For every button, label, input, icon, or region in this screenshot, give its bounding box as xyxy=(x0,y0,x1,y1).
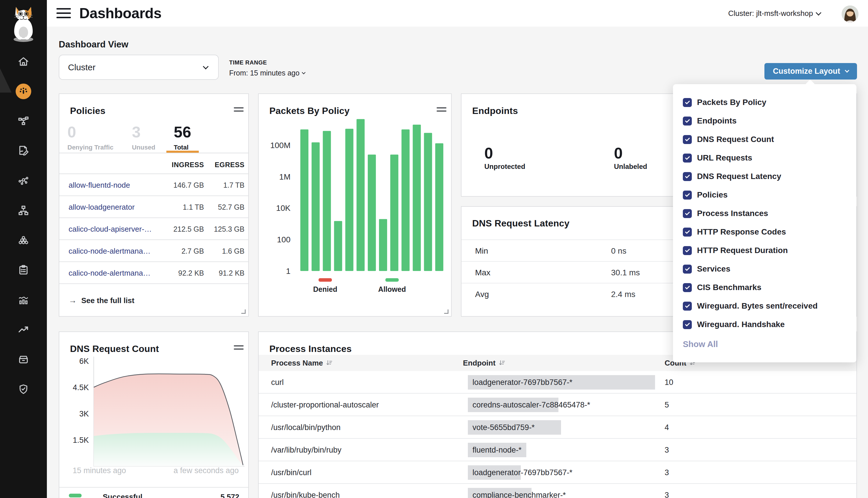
nav-policies[interactable] xyxy=(18,145,29,157)
col-endpoint[interactable]: Endpoint xyxy=(463,358,496,368)
nav-trends[interactable] xyxy=(18,324,29,336)
see-full-list-link[interactable]: →See the full list xyxy=(68,284,134,317)
menu-item-wireguard-handshake[interactable]: Wireguard. Handshake xyxy=(683,315,785,334)
menu-item-services[interactable]: Services xyxy=(683,260,730,278)
menu-item-endpoints[interactable]: Endpoints xyxy=(683,112,737,130)
trend-up-icon xyxy=(18,324,29,336)
dns-count-card: DNS Request Count 6K4.5K3K1.5K 15 minute… xyxy=(59,331,249,498)
endpoint-highlight: coredns-autoscaler-7c88 xyxy=(468,398,558,412)
checkbox-checked-icon[interactable] xyxy=(683,191,692,199)
x-label-start: 15 minutes ago xyxy=(73,466,126,475)
checkbox-checked-icon[interactable] xyxy=(683,283,692,292)
legend-allowed[interactable]: Allowed xyxy=(363,278,421,293)
nav-home[interactable] xyxy=(18,56,29,67)
policies-card-title: Policies xyxy=(70,106,106,116)
checkbox-checked-icon[interactable] xyxy=(683,265,692,274)
endpoint-highlight: compliance-benc xyxy=(468,488,531,498)
menu-item-cis-benchmarks[interactable]: CIS Benchmarks xyxy=(683,278,762,297)
svg-text:1: 1 xyxy=(286,267,290,276)
nav-reports[interactable] xyxy=(18,264,29,276)
nav-cluster[interactable] xyxy=(18,235,29,246)
checkbox-checked-icon[interactable] xyxy=(683,135,692,144)
policy-link[interactable]: calico-node-alertmana… xyxy=(68,262,151,284)
home-icon xyxy=(18,56,29,67)
stat-unlabeled: 0Unlabeled xyxy=(614,145,647,171)
checkbox-checked-icon[interactable] xyxy=(683,172,692,181)
legend-denied[interactable]: Denied xyxy=(296,278,354,293)
checkbox-checked-icon[interactable] xyxy=(683,98,692,107)
menu-item-http-response-codes[interactable]: HTTP Response Codes xyxy=(683,223,786,241)
nav-hierarchy[interactable] xyxy=(18,205,29,216)
cluster-selector[interactable]: Cluster: jlt-msft-workshop xyxy=(728,0,813,27)
arrow-right-icon: → xyxy=(68,296,77,305)
drag-handle-icon[interactable] xyxy=(234,107,244,114)
policy-link[interactable]: allow-fluentd-node xyxy=(68,174,130,196)
customize-chevron-icon xyxy=(845,68,849,73)
menu-item-http-request-duration[interactable]: HTTP Request Duration xyxy=(683,241,788,260)
stat-denying-traffic[interactable]: 0Denying Traffic xyxy=(60,124,121,153)
egress-column-header: EGRESS xyxy=(201,161,245,169)
stat-unused[interactable]: 3Unused xyxy=(125,124,163,153)
menu-item-packets-by-policy[interactable]: Packets By Policy xyxy=(683,93,766,112)
policy-link[interactable]: allow-loadgenerator xyxy=(68,196,134,218)
process-card-title: Process Instances xyxy=(269,343,351,354)
policy-row: allow-loadgenerator1.1 TB52.7 GB xyxy=(59,196,248,218)
checkbox-checked-icon[interactable] xyxy=(683,246,692,255)
svg-text:3K: 3K xyxy=(79,409,89,418)
checkbox-checked-icon[interactable] xyxy=(683,209,692,218)
menu-item-dns-request-count[interactable]: DNS Request Count xyxy=(683,130,774,149)
nav-dashboards-active[interactable] xyxy=(16,83,31,99)
packets-bar-chart: 100M1M10K1001 xyxy=(259,94,451,316)
time-range-chevron-icon xyxy=(302,70,306,74)
checkbox-checked-icon[interactable] xyxy=(683,227,692,237)
menu-item-wireguard-bytes[interactable]: Wireguard. Bytes sent/received xyxy=(683,297,818,315)
shield-check-icon xyxy=(18,383,29,395)
packets-by-policy-card: Packets By Policy 100M1M10K1001 Denied A… xyxy=(258,93,452,317)
dashboard-view-select[interactable]: Cluster xyxy=(59,55,219,80)
clipboard-icon xyxy=(18,264,29,276)
nav-storage[interactable] xyxy=(18,354,29,365)
endpoints-card-title: Endpoints xyxy=(472,106,518,116)
svg-text:100M: 100M xyxy=(270,141,290,150)
policy-link[interactable]: calico-node-alertmana… xyxy=(68,240,151,262)
nav-security[interactable] xyxy=(18,383,29,395)
allowed-swatch xyxy=(385,278,399,282)
nav-statistics[interactable] xyxy=(18,294,29,306)
time-range-label: TIME RANGE xyxy=(229,59,305,66)
sort-icon[interactable] xyxy=(498,360,505,366)
menu-toggle-button[interactable] xyxy=(56,8,71,18)
resize-handle-icon[interactable] xyxy=(444,310,449,314)
calico-cat-logo xyxy=(6,2,41,44)
resize-handle-icon[interactable] xyxy=(241,310,246,314)
policy-link[interactable]: calico-cloud-apiserver-… xyxy=(68,218,152,240)
menu-item-dns-request-latency[interactable]: DNS Request Latency xyxy=(683,167,781,186)
menu-item-url-requests[interactable]: URL Requests xyxy=(683,149,752,167)
user-avatar[interactable] xyxy=(842,5,858,22)
process-row: /usr/local/bin/pythonvote-5655bd759-*4 xyxy=(259,416,856,439)
show-all-link[interactable]: Show All xyxy=(683,335,718,353)
checkbox-checked-icon[interactable] xyxy=(683,117,692,126)
stat-total[interactable]: 56Total xyxy=(166,124,199,153)
view-select-chevron-icon xyxy=(203,64,209,69)
process-row: /usr/bin/kube-benchcompliance-benchmarke… xyxy=(259,484,856,498)
col-process-name[interactable]: Process Name xyxy=(271,358,323,368)
checkbox-checked-icon[interactable] xyxy=(683,302,692,311)
customize-layout-button[interactable]: Customize Layout xyxy=(764,63,857,80)
time-range[interactable]: TIME RANGE From: 15 minutes ago xyxy=(229,59,305,77)
menu-caret xyxy=(805,80,815,84)
endpoint-highlight: loadgenerator-7697bb7567-* xyxy=(468,375,655,390)
menu-item-policies[interactable]: Policies xyxy=(683,186,728,204)
nav-service-graph[interactable] xyxy=(18,115,29,127)
svg-text:100: 100 xyxy=(277,235,290,244)
x-label-end: a few seconds ago xyxy=(156,466,239,475)
nav-connections[interactable] xyxy=(18,175,29,186)
checkbox-checked-icon[interactable] xyxy=(683,154,692,162)
menu-item-process-instances[interactable]: Process Instances xyxy=(683,204,768,223)
page-title: Dashboards xyxy=(79,0,161,27)
policy-row: calico-node-alertmana…2.7 GB1.6 GB xyxy=(59,240,248,262)
policy-row: calico-cloud-apiserver-…212.5 GB125.3 GB xyxy=(59,218,248,240)
policy-row: calico-node-alertmana…92.2 KB91.2 KB xyxy=(59,262,248,284)
sort-icon[interactable] xyxy=(326,360,333,366)
sidebar xyxy=(0,0,47,498)
checkbox-checked-icon[interactable] xyxy=(683,320,692,329)
